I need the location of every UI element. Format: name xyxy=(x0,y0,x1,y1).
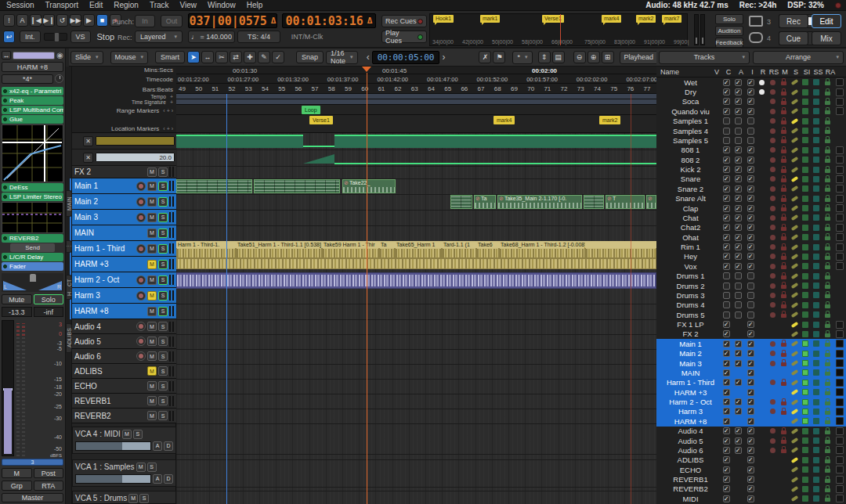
checkbox[interactable]: ✓ xyxy=(747,175,754,182)
mute-icon[interactable] xyxy=(790,321,798,327)
minimap-marker-mark2[interactable]: mark2 xyxy=(636,15,656,23)
solo-safe-cell[interactable] xyxy=(822,340,833,347)
ra-checkbox[interactable] xyxy=(836,233,844,241)
processor-x42-eq-parametri[interactable]: x42-eq - Parametri xyxy=(2,87,63,95)
mute-cell[interactable] xyxy=(789,371,800,374)
rec-arm-icon[interactable] xyxy=(770,167,776,172)
mute-icon[interactable] xyxy=(790,398,798,405)
mute-cell[interactable] xyxy=(789,207,800,210)
track-row-main[interactable]: MAIN✓✓ xyxy=(656,368,846,377)
visible-checkbox[interactable]: ✓ xyxy=(721,263,732,270)
solo-safe-cell[interactable] xyxy=(822,157,833,163)
menu-session[interactable]: Session xyxy=(6,1,34,9)
nudge-clock[interactable]: 00:00:05:00 xyxy=(372,51,440,64)
solo-safe-lock-icon[interactable] xyxy=(825,159,830,163)
mute-cell[interactable] xyxy=(789,478,800,481)
automation-dim-button[interactable]: D xyxy=(164,474,173,484)
solo-cell[interactable] xyxy=(800,283,811,289)
mute-button[interactable]: M xyxy=(147,182,157,191)
solo-safe-lock-icon[interactable] xyxy=(825,430,830,434)
control-checkbox[interactable] xyxy=(732,128,744,135)
rec-safe-cell[interactable] xyxy=(778,167,789,173)
visible-checkbox[interactable]: ✓ xyxy=(721,166,732,173)
rec-safe-cell[interactable] xyxy=(778,225,789,231)
visible-checkbox[interactable]: ✓ xyxy=(721,330,732,337)
solo-icon[interactable] xyxy=(802,322,808,328)
mute-button[interactable]: M xyxy=(147,351,157,361)
solo-isolate-icon[interactable] xyxy=(813,447,819,453)
ruler-range-markers[interactable]: Loop xyxy=(176,105,656,115)
checkbox[interactable]: ✓ xyxy=(735,360,742,367)
rec-safe-cell[interactable] xyxy=(778,128,789,134)
rec-arm-cell[interactable] xyxy=(767,351,778,356)
solo-iso-cell[interactable] xyxy=(811,254,822,260)
rec-arm-icon[interactable] xyxy=(770,428,776,434)
solo-icon[interactable] xyxy=(802,196,808,202)
control-checkbox[interactable]: ✓ xyxy=(732,185,744,193)
lane-close-icon[interactable]: ✕ xyxy=(83,153,93,163)
ra-checkbox[interactable] xyxy=(836,495,844,502)
solo-iso-cell[interactable] xyxy=(811,108,822,114)
column-header-name[interactable]: Name xyxy=(656,68,711,76)
solo-isolate-icon[interactable] xyxy=(813,389,819,395)
rec-arm-cell[interactable] xyxy=(767,206,778,211)
solo-safe-lock-icon[interactable] xyxy=(825,391,830,395)
solo-safe-cell[interactable] xyxy=(822,167,833,173)
track-row-drums-4[interactable]: Drums 4 xyxy=(656,301,846,310)
checkbox[interactable]: ✓ xyxy=(723,88,730,95)
rec-arm-icon[interactable] xyxy=(770,80,776,85)
rec-arm-cell[interactable] xyxy=(767,254,778,259)
clear-marker-icon[interactable]: ✗ xyxy=(479,51,491,63)
rec-arm-cell[interactable] xyxy=(767,448,778,453)
mute-icon[interactable] xyxy=(790,292,798,298)
shrink-tracks-icon[interactable]: ⇕ xyxy=(538,51,551,63)
solo-safe-cell[interactable] xyxy=(822,108,833,114)
rec-safe-lock-icon[interactable] xyxy=(781,362,786,366)
checkbox[interactable]: ✓ xyxy=(735,408,742,415)
visible-checkbox[interactable]: ✓ xyxy=(721,408,732,415)
solo-icon[interactable] xyxy=(802,418,808,424)
ruler-label-mins-secs[interactable]: Mins:Secs xyxy=(144,67,173,74)
mute-button[interactable]: M xyxy=(136,463,146,472)
checkbox[interactable]: ✓ xyxy=(735,166,742,173)
visible-checkbox[interactable] xyxy=(721,117,732,124)
processor-send[interactable]: Send xyxy=(10,243,55,252)
draw-tool-icon[interactable]: ✎ xyxy=(258,51,270,63)
solo-safe-lock-icon[interactable] xyxy=(825,227,830,231)
solo-isolate-icon[interactable] xyxy=(813,409,819,415)
ra-cell[interactable] xyxy=(833,321,846,329)
track-header-harm-8[interactable]: HARM +8MS xyxy=(72,304,176,319)
checkbox[interactable]: ✓ xyxy=(723,398,730,405)
track-header-echo[interactable]: ECHOMS xyxy=(72,379,176,394)
solo-icon[interactable] xyxy=(802,340,808,347)
mute-icon[interactable] xyxy=(790,409,798,415)
rec-safe-cell[interactable] xyxy=(778,399,789,405)
rec-arm-icon[interactable] xyxy=(770,351,776,356)
solo-cell[interactable] xyxy=(800,273,811,279)
ra-checkbox[interactable] xyxy=(836,78,844,86)
track-header-fx-2[interactable]: FX 2MS xyxy=(72,166,176,178)
solo-iso-cell[interactable] xyxy=(811,118,822,124)
ra-cell[interactable] xyxy=(833,350,846,358)
mute-button[interactable]: M xyxy=(147,167,157,177)
solo-isolate-icon[interactable] xyxy=(813,118,819,124)
mute-cell[interactable] xyxy=(789,391,800,394)
ra-checkbox[interactable] xyxy=(836,446,844,454)
rec-arm-icon[interactable] xyxy=(770,118,776,124)
solo-safe-lock-icon[interactable] xyxy=(825,265,830,269)
ra-checkbox[interactable] xyxy=(836,417,844,425)
rec-safe-lock-icon[interactable] xyxy=(781,304,786,308)
mute-cell[interactable] xyxy=(789,120,800,123)
solo-isolate-icon[interactable] xyxy=(813,292,819,298)
solo-safe-lock-icon[interactable] xyxy=(825,401,830,405)
solo-safe-cell[interactable] xyxy=(822,244,833,250)
checkbox[interactable] xyxy=(723,128,730,135)
mute-icon[interactable] xyxy=(790,195,798,201)
rec-arm-icon[interactable] xyxy=(770,264,776,269)
input-indicator[interactable] xyxy=(757,80,767,85)
active-checkbox[interactable]: ✓ xyxy=(744,108,757,115)
solo-isolate-icon[interactable] xyxy=(813,302,819,308)
rec-arm-icon[interactable] xyxy=(770,361,776,366)
checkbox[interactable]: ✓ xyxy=(735,243,742,250)
solo-safe-lock-icon[interactable] xyxy=(825,469,830,473)
